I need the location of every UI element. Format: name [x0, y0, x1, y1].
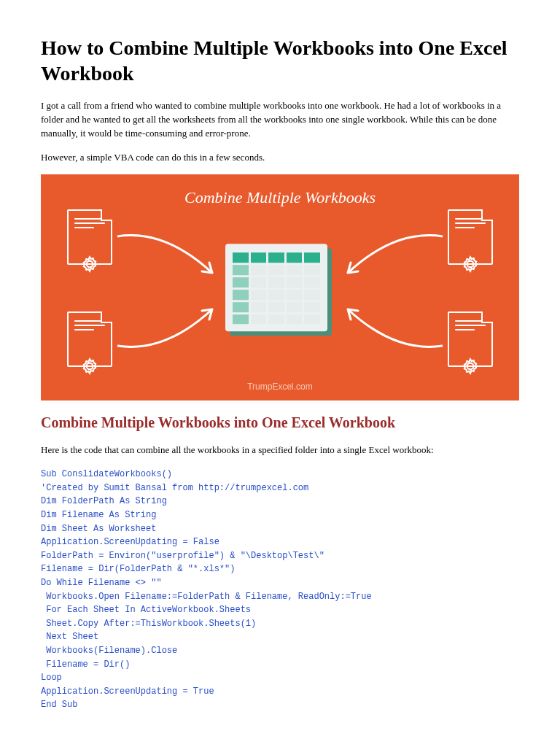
spreadsheet-icon [225, 244, 335, 339]
section-intro: Here is the code that can combine all th… [41, 444, 519, 457]
arrow-icon [337, 225, 446, 291]
document-icon [448, 311, 493, 367]
hero-title: Combine Multiple Workbooks [41, 186, 519, 209]
gear-icon [461, 255, 480, 274]
document-icon [448, 209, 493, 265]
intro-paragraph-2: However, a simple VBA code can do this i… [41, 151, 519, 165]
document-icon [67, 311, 112, 367]
page-title: How to Combine Multiple Workbooks into O… [41, 35, 519, 86]
intro-paragraph-1: I got a call from a friend who wanted to… [41, 99, 519, 141]
gear-icon [80, 255, 99, 274]
arrow-icon [337, 291, 446, 357]
gear-icon [80, 357, 99, 376]
hero-footer: TrumpExcel.com [41, 381, 519, 393]
arrow-icon [114, 291, 223, 357]
arrow-icon [114, 225, 223, 291]
section-heading: Combine Multiple Workbooks into One Exce… [41, 412, 519, 433]
document-icon [67, 209, 112, 265]
code-block: Sub ConslidateWorkbooks() 'Created by Su… [41, 468, 519, 712]
hero-banner: Combine Multiple Workbooks TrumpExcel.co… [41, 174, 519, 400]
gear-icon [461, 357, 480, 376]
